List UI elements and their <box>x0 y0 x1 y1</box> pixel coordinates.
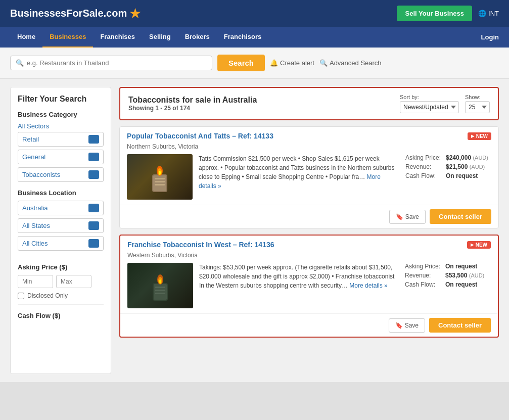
region-selector[interactable]: 🌐 INT <box>478 10 499 17</box>
sort-label: Sort by: <box>400 94 459 100</box>
all-cities-dropdown[interactable]: All Cities ▼ <box>18 236 104 251</box>
lighter-svg-2 <box>140 265 180 306</box>
nav-item-franchises[interactable]: Franchises <box>93 27 142 48</box>
results-title: Tobacconists for sale in Australia <box>128 96 257 105</box>
listing-header-2: Franchise Tobacconist In West – Ref: 141… <box>120 236 498 252</box>
cashflow-label-1: Cash Flow: <box>405 172 446 179</box>
search-button[interactable]: Search <box>217 55 265 71</box>
sort-group: Sort by: Newest/Updated Price: Low-High … <box>400 94 459 113</box>
listing-card-2: Franchise Tobacconist In West – Ref: 141… <box>119 235 499 338</box>
listing-header-1: Popular Tobacconist And Tatts – Ref: 141… <box>120 127 498 143</box>
sell-your-business-button[interactable]: Sell Your Business <box>397 6 472 21</box>
all-states-label: All States <box>22 222 50 229</box>
contact-seller-button-1[interactable]: Contact seller <box>430 209 491 224</box>
asking-price-value-2: On request <box>445 263 477 270</box>
retail-label: Retail <box>22 135 39 143</box>
business-location-title: Business Location <box>18 189 104 197</box>
save-button-1[interactable]: 🔖 Save <box>389 210 426 224</box>
asking-price-row-1: Asking Price: $240,000 (AUD) <box>405 154 491 161</box>
results-title-block: Tobacconists for sale in Australia Showi… <box>128 96 257 112</box>
show-label: Show: <box>465 94 490 100</box>
listing-title-2[interactable]: Franchise Tobacconist In West – Ref: 141… <box>127 241 274 249</box>
create-alert-label: Create alert <box>280 59 314 67</box>
tobacconists-arrow: ▼ <box>88 170 99 179</box>
asking-price-title: Asking Price ($) <box>18 263 104 271</box>
search-input[interactable] <box>27 59 207 67</box>
nav-item-businesses[interactable]: Businesses <box>42 27 93 48</box>
listing-financials-1: Asking Price: $240,000 (AUD) Revenue: $2… <box>405 154 491 200</box>
bell-icon: 🔔 <box>270 59 278 67</box>
price-max-input[interactable] <box>56 275 91 288</box>
general-arrow: ▼ <box>88 153 99 161</box>
cashflow-row-1: Cash Flow: On request <box>405 172 491 179</box>
create-alert-link[interactable]: 🔔 Create alert <box>270 59 314 67</box>
divider-1 <box>18 256 104 256</box>
logo-text: BusinessesForSale.com <box>10 8 127 19</box>
price-inputs <box>18 275 104 288</box>
cashflow-value-2: On request <box>445 281 477 288</box>
search-input-wrap[interactable]: 🔍 <box>10 56 212 70</box>
showing-range: 1 - 25 <box>155 105 171 112</box>
svg-rect-1 <box>153 175 166 191</box>
header: BusinessesForSale.com ★ Sell Your Busine… <box>0 0 509 27</box>
all-states-dropdown[interactable]: All States ▼ <box>18 218 104 233</box>
logo[interactable]: BusinessesForSale.com ★ <box>10 5 142 22</box>
general-dropdown[interactable]: General ▼ <box>18 150 104 164</box>
all-sectors-link[interactable]: All Sectors <box>18 122 104 130</box>
tobacconists-dropdown[interactable]: Tobacconists ▼ <box>18 167 104 182</box>
show-select[interactable]: 25 50 100 <box>465 101 490 113</box>
disclosed-only-checkbox-wrap[interactable]: Disclosed Only <box>18 292 104 299</box>
cashflow-value-1: On request <box>446 172 478 179</box>
asking-price-label-1: Asking Price: <box>405 154 446 161</box>
save-button-2[interactable]: 🔖 Save <box>389 318 425 333</box>
nav-item-home[interactable]: Home <box>10 27 42 48</box>
svg-rect-9 <box>154 284 167 300</box>
search-icon: 🔍 <box>16 59 24 67</box>
australia-dropdown[interactable]: Australia ▼ <box>18 201 104 215</box>
nav-item-brokers[interactable]: Brokers <box>178 27 217 48</box>
cashflow-row-2: Cash Flow: On request <box>405 281 491 288</box>
listing-image-placeholder-1 <box>127 154 193 200</box>
main-nav: Home Businesses Franchises Selling Broke… <box>0 27 509 48</box>
svg-point-7 <box>159 171 161 175</box>
australia-label: Australia <box>22 204 48 212</box>
results-subtitle: Showing 1 - 25 of 174 <box>128 105 257 112</box>
listing-title-1[interactable]: Popular Tobacconist And Tatts – Ref: 141… <box>127 132 273 140</box>
login-link[interactable]: Login <box>481 27 499 47</box>
nav-item-selling[interactable]: Selling <box>142 27 178 48</box>
disclosed-only-checkbox[interactable] <box>18 293 24 299</box>
listing-image-placeholder-2 <box>127 263 193 308</box>
new-badge-1: NEW <box>468 132 491 140</box>
price-min-input[interactable] <box>18 275 53 288</box>
asking-price-row-2: Asking Price: On request <box>405 263 491 270</box>
advanced-search-link[interactable]: 🔍 Advanced Search <box>319 59 382 67</box>
all-states-arrow: ▼ <box>88 221 99 230</box>
disclosed-only-label: Disclosed Only <box>27 292 68 299</box>
retail-dropdown[interactable]: Retail ▼ <box>18 132 104 147</box>
listing-image-1 <box>127 154 193 200</box>
revenue-value-1: $21,500 (AUD) <box>446 163 485 170</box>
cash-flow-title: Cash Flow ($) <box>18 312 104 319</box>
listing-card-1: Popular Tobacconist And Tatts – Ref: 141… <box>119 126 499 228</box>
globe-icon: 🌐 <box>478 10 486 17</box>
nav-item-franchisors[interactable]: Franchisors <box>217 27 268 48</box>
more-details-link-2[interactable]: More details » <box>349 282 387 289</box>
sidebar-title: Filter Your Search <box>18 95 104 104</box>
all-cities-label: All Cities <box>22 240 48 247</box>
listing-body-2: Takings: $53,500 per week approx. (The c… <box>120 263 498 313</box>
listing-footer-2: 🔖 Save Contact seller <box>120 313 498 337</box>
retail-arrow: ▼ <box>88 135 99 144</box>
header-right: Sell Your Business 🌐 INT <box>397 6 499 21</box>
listing-desc-text-1: Tatts Commission $21,500 per week • Shop… <box>199 155 395 180</box>
showing-prefix: Showing <box>128 105 155 112</box>
business-category-title: Business Category <box>18 111 104 118</box>
bookmark-icon-1: 🔖 <box>396 213 403 220</box>
listing-financials-2: Asking Price: On request Revenue: $53,50… <box>405 263 491 308</box>
revenue-value-2: $53,500 (AUD) <box>445 272 484 279</box>
contact-seller-button-2[interactable]: Contact seller <box>429 318 491 333</box>
sort-controls: Sort by: Newest/Updated Price: Low-High … <box>400 94 490 113</box>
revenue-label-1: Revenue: <box>405 163 446 170</box>
sort-select[interactable]: Newest/Updated Price: Low-High Price: Hi… <box>400 101 459 113</box>
asking-price-value-1: $240,000 (AUD) <box>446 154 488 161</box>
save-label-2: Save <box>405 322 419 329</box>
